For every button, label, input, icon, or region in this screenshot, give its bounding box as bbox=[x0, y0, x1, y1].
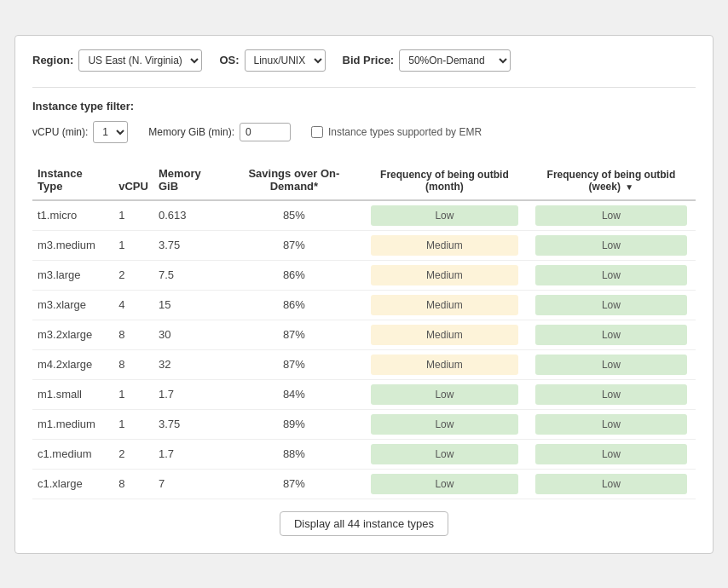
freq-month-badge: Medium bbox=[371, 235, 518, 256]
cell-freq-week: Low bbox=[527, 439, 696, 469]
col-freq-week: Frequency of being outbid (week) ▼ bbox=[527, 160, 696, 200]
col-memory: Memory GiB bbox=[153, 160, 226, 200]
freq-month-badge: Low bbox=[371, 205, 518, 226]
memory-input[interactable] bbox=[240, 123, 291, 141]
cell-vcpu: 1 bbox=[113, 200, 153, 231]
freq-month-badge: Medium bbox=[371, 325, 518, 345]
cell-instance: c1.xlarge bbox=[32, 469, 113, 499]
cell-freq-month: Medium bbox=[362, 320, 527, 349]
freq-month-badge: Low bbox=[371, 474, 518, 494]
vcpu-filter: vCPU (min): 1 2 4 8 bbox=[32, 121, 128, 143]
freq-month-badge: Low bbox=[371, 414, 518, 435]
cell-vcpu: 8 bbox=[113, 469, 153, 499]
col-vcpu: vCPU bbox=[113, 160, 153, 200]
freq-week-badge: Low bbox=[535, 265, 687, 285]
table-row: m3.large 2 7.5 86% Medium Low bbox=[32, 260, 696, 290]
main-panel: Region: US East (N. Virginia) US West (O… bbox=[14, 35, 714, 554]
cell-freq-week: Low bbox=[527, 469, 696, 499]
cell-memory: 7 bbox=[153, 469, 226, 499]
cell-savings: 87% bbox=[226, 230, 362, 260]
footer-row: Display all 44 instance types bbox=[32, 511, 696, 536]
cell-freq-week: Low bbox=[527, 260, 696, 290]
region-select[interactable]: US East (N. Virginia) US West (Oregon) E… bbox=[78, 49, 202, 72]
freq-week-badge: Low bbox=[535, 235, 687, 256]
bid-price-label: Bid Price: bbox=[343, 54, 395, 66]
cell-vcpu: 1 bbox=[113, 379, 153, 409]
cell-freq-month: Low bbox=[362, 439, 527, 469]
cell-savings: 87% bbox=[226, 320, 362, 349]
cell-memory: 30 bbox=[153, 320, 226, 349]
cell-memory: 3.75 bbox=[153, 230, 226, 260]
cell-savings: 85% bbox=[226, 200, 362, 231]
cell-vcpu: 2 bbox=[113, 439, 153, 469]
cell-freq-month: Low bbox=[362, 200, 527, 231]
table-row: m3.medium 1 3.75 87% Medium Low bbox=[32, 230, 696, 260]
cell-instance: m3.large bbox=[32, 260, 113, 290]
freq-month-badge: Low bbox=[371, 384, 518, 405]
cell-memory: 15 bbox=[153, 290, 226, 320]
freq-week-badge: Low bbox=[535, 444, 687, 464]
table-row: c1.xlarge 8 7 87% Low Low bbox=[32, 469, 696, 499]
memory-label: Memory GiB (min): bbox=[148, 126, 234, 138]
cell-instance: m3.2xlarge bbox=[32, 320, 113, 349]
freq-week-badge: Low bbox=[535, 414, 687, 435]
cell-freq-month: Medium bbox=[362, 230, 527, 260]
cell-savings: 86% bbox=[226, 290, 362, 320]
divider-1 bbox=[32, 87, 696, 88]
os-label: OS: bbox=[219, 54, 239, 66]
cell-freq-month: Medium bbox=[362, 349, 527, 379]
top-filters: Region: US East (N. Virginia) US West (O… bbox=[32, 49, 696, 72]
freq-week-badge: Low bbox=[535, 205, 687, 226]
cell-freq-week: Low bbox=[527, 349, 696, 379]
freq-month-badge: Medium bbox=[371, 265, 518, 285]
region-filter: Region: US East (N. Virginia) US West (O… bbox=[32, 49, 202, 72]
freq-week-badge: Low bbox=[535, 295, 687, 315]
cell-savings: 88% bbox=[226, 439, 362, 469]
cell-instance: m3.xlarge bbox=[32, 290, 113, 320]
table-row: c1.medium 2 1.7 88% Low Low bbox=[32, 439, 696, 469]
freq-month-badge: Medium bbox=[371, 295, 518, 315]
table-row: m3.xlarge 4 15 86% Medium Low bbox=[32, 290, 696, 320]
instance-filter-section: Instance type filter: vCPU (min): 1 2 4 … bbox=[32, 100, 696, 143]
cell-vcpu: 1 bbox=[113, 409, 153, 439]
emr-label: Instance types supported by EMR bbox=[328, 126, 482, 138]
freq-week-badge: Low bbox=[535, 384, 687, 405]
freq-month-badge: Medium bbox=[371, 355, 518, 375]
cell-savings: 84% bbox=[226, 379, 362, 409]
memory-filter: Memory GiB (min): bbox=[148, 123, 291, 141]
instance-table: Instance Type vCPU Memory GiB Savings ov… bbox=[32, 160, 696, 499]
bid-price-select[interactable]: 50%On-Demand 25%On-Demand 100%On-Demand bbox=[399, 49, 511, 72]
col-freq-month: Frequency of being outbid (month) bbox=[362, 160, 527, 200]
freq-week-badge: Low bbox=[535, 355, 687, 375]
cell-savings: 87% bbox=[226, 469, 362, 499]
emr-filter: Instance types supported by EMR bbox=[311, 126, 482, 138]
cell-vcpu: 4 bbox=[113, 290, 153, 320]
cell-vcpu: 8 bbox=[113, 349, 153, 379]
cell-memory: 1.7 bbox=[153, 439, 226, 469]
emr-checkbox[interactable] bbox=[311, 126, 323, 138]
cell-freq-month: Medium bbox=[362, 290, 527, 320]
table-row: m3.2xlarge 8 30 87% Medium Low bbox=[32, 320, 696, 349]
cell-memory: 32 bbox=[153, 349, 226, 379]
table-row: m1.medium 1 3.75 89% Low Low bbox=[32, 409, 696, 439]
freq-month-badge: Low bbox=[371, 444, 518, 464]
cell-freq-week: Low bbox=[527, 230, 696, 260]
cell-vcpu: 1 bbox=[113, 230, 153, 260]
table-row: m4.2xlarge 8 32 87% Medium Low bbox=[32, 349, 696, 379]
cell-freq-week: Low bbox=[527, 409, 696, 439]
freq-week-badge: Low bbox=[535, 325, 687, 345]
os-select[interactable]: Linux/UNIX Windows bbox=[245, 49, 326, 72]
cell-instance: c1.medium bbox=[32, 439, 113, 469]
table-row: t1.micro 1 0.613 85% Low Low bbox=[32, 200, 696, 231]
cell-freq-week: Low bbox=[527, 379, 696, 409]
cell-freq-week: Low bbox=[527, 290, 696, 320]
cell-savings: 86% bbox=[226, 260, 362, 290]
sort-icon[interactable]: ▼ bbox=[625, 182, 633, 192]
vcpu-select[interactable]: 1 2 4 8 bbox=[93, 121, 128, 143]
bid-price-filter: Bid Price: 50%On-Demand 25%On-Demand 100… bbox=[343, 49, 511, 72]
cell-vcpu: 2 bbox=[113, 260, 153, 290]
filter-section-title: Instance type filter: bbox=[32, 100, 696, 112]
cell-memory: 3.75 bbox=[153, 409, 226, 439]
cell-freq-month: Low bbox=[362, 409, 527, 439]
display-all-button[interactable]: Display all 44 instance types bbox=[280, 511, 448, 536]
